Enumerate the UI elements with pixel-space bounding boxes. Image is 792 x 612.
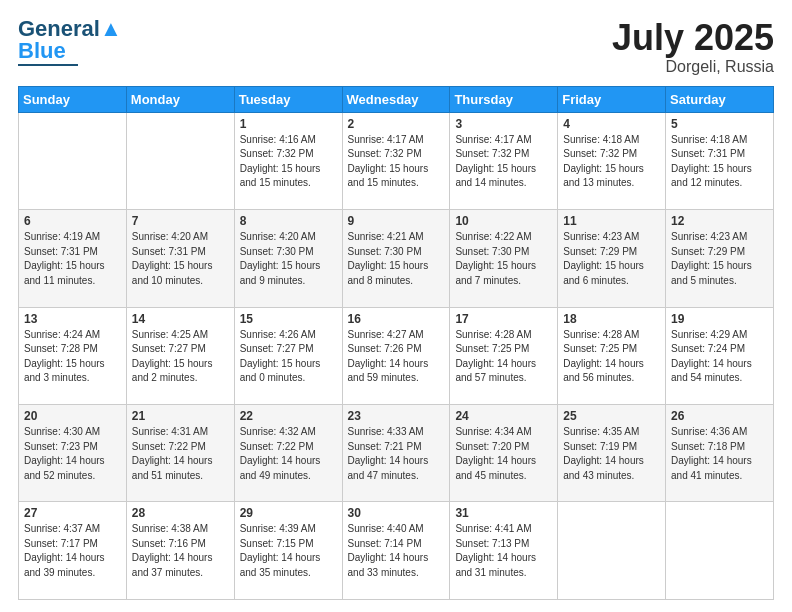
- day-info: Sunrise: 4:28 AM Sunset: 7:25 PM Dayligh…: [455, 328, 552, 386]
- calendar-cell: 8Sunrise: 4:20 AM Sunset: 7:30 PM Daylig…: [234, 210, 342, 307]
- calendar-cell: 11Sunrise: 4:23 AM Sunset: 7:29 PM Dayli…: [558, 210, 666, 307]
- calendar-cell: 20Sunrise: 4:30 AM Sunset: 7:23 PM Dayli…: [19, 405, 127, 502]
- calendar-week-row: 27Sunrise: 4:37 AM Sunset: 7:17 PM Dayli…: [19, 502, 774, 600]
- calendar-table: SundayMondayTuesdayWednesdayThursdayFrid…: [18, 86, 774, 600]
- calendar-cell: 10Sunrise: 4:22 AM Sunset: 7:30 PM Dayli…: [450, 210, 558, 307]
- day-number: 16: [348, 312, 445, 326]
- day-info: Sunrise: 4:31 AM Sunset: 7:22 PM Dayligh…: [132, 425, 229, 483]
- day-info: Sunrise: 4:23 AM Sunset: 7:29 PM Dayligh…: [563, 230, 660, 288]
- day-info: Sunrise: 4:16 AM Sunset: 7:32 PM Dayligh…: [240, 133, 337, 191]
- calendar-week-row: 6Sunrise: 4:19 AM Sunset: 7:31 PM Daylig…: [19, 210, 774, 307]
- calendar-week-row: 20Sunrise: 4:30 AM Sunset: 7:23 PM Dayli…: [19, 405, 774, 502]
- weekday-header-row: SundayMondayTuesdayWednesdayThursdayFrid…: [19, 86, 774, 112]
- day-info: Sunrise: 4:33 AM Sunset: 7:21 PM Dayligh…: [348, 425, 445, 483]
- day-info: Sunrise: 4:29 AM Sunset: 7:24 PM Dayligh…: [671, 328, 768, 386]
- weekday-header: Thursday: [450, 86, 558, 112]
- day-info: Sunrise: 4:32 AM Sunset: 7:22 PM Dayligh…: [240, 425, 337, 483]
- day-number: 6: [24, 214, 121, 228]
- calendar-cell: 25Sunrise: 4:35 AM Sunset: 7:19 PM Dayli…: [558, 405, 666, 502]
- day-info: Sunrise: 4:30 AM Sunset: 7:23 PM Dayligh…: [24, 425, 121, 483]
- calendar-cell: 1Sunrise: 4:16 AM Sunset: 7:32 PM Daylig…: [234, 112, 342, 209]
- day-info: Sunrise: 4:40 AM Sunset: 7:14 PM Dayligh…: [348, 522, 445, 580]
- calendar-cell: 3Sunrise: 4:17 AM Sunset: 7:32 PM Daylig…: [450, 112, 558, 209]
- day-info: Sunrise: 4:19 AM Sunset: 7:31 PM Dayligh…: [24, 230, 121, 288]
- day-number: 18: [563, 312, 660, 326]
- location: Dorgeli, Russia: [612, 58, 774, 76]
- logo-text2: Blue: [18, 40, 66, 62]
- weekday-header: Monday: [126, 86, 234, 112]
- calendar-cell: 31Sunrise: 4:41 AM Sunset: 7:13 PM Dayli…: [450, 502, 558, 600]
- day-number: 8: [240, 214, 337, 228]
- day-number: 24: [455, 409, 552, 423]
- weekday-header: Sunday: [19, 86, 127, 112]
- day-info: Sunrise: 4:18 AM Sunset: 7:32 PM Dayligh…: [563, 133, 660, 191]
- calendar-cell: 18Sunrise: 4:28 AM Sunset: 7:25 PM Dayli…: [558, 307, 666, 404]
- day-number: 11: [563, 214, 660, 228]
- calendar-cell: 13Sunrise: 4:24 AM Sunset: 7:28 PM Dayli…: [19, 307, 127, 404]
- page: General▲ Blue July 2025 Dorgeli, Russia …: [0, 0, 792, 612]
- month-year: July 2025: [612, 18, 774, 58]
- logo: General▲ Blue: [18, 18, 122, 66]
- day-number: 20: [24, 409, 121, 423]
- calendar-cell: [558, 502, 666, 600]
- calendar-cell: 28Sunrise: 4:38 AM Sunset: 7:16 PM Dayli…: [126, 502, 234, 600]
- day-number: 15: [240, 312, 337, 326]
- weekday-header: Friday: [558, 86, 666, 112]
- title-block: July 2025 Dorgeli, Russia: [612, 18, 774, 76]
- day-number: 29: [240, 506, 337, 520]
- day-number: 19: [671, 312, 768, 326]
- day-info: Sunrise: 4:18 AM Sunset: 7:31 PM Dayligh…: [671, 133, 768, 191]
- day-info: Sunrise: 4:20 AM Sunset: 7:30 PM Dayligh…: [240, 230, 337, 288]
- calendar-cell: 23Sunrise: 4:33 AM Sunset: 7:21 PM Dayli…: [342, 405, 450, 502]
- calendar-cell: [19, 112, 127, 209]
- day-info: Sunrise: 4:38 AM Sunset: 7:16 PM Dayligh…: [132, 522, 229, 580]
- day-number: 7: [132, 214, 229, 228]
- calendar-cell: 26Sunrise: 4:36 AM Sunset: 7:18 PM Dayli…: [666, 405, 774, 502]
- day-number: 17: [455, 312, 552, 326]
- day-info: Sunrise: 4:35 AM Sunset: 7:19 PM Dayligh…: [563, 425, 660, 483]
- day-number: 23: [348, 409, 445, 423]
- day-info: Sunrise: 4:34 AM Sunset: 7:20 PM Dayligh…: [455, 425, 552, 483]
- calendar-cell: 30Sunrise: 4:40 AM Sunset: 7:14 PM Dayli…: [342, 502, 450, 600]
- calendar-body: 1Sunrise: 4:16 AM Sunset: 7:32 PM Daylig…: [19, 112, 774, 599]
- day-number: 26: [671, 409, 768, 423]
- day-info: Sunrise: 4:39 AM Sunset: 7:15 PM Dayligh…: [240, 522, 337, 580]
- day-info: Sunrise: 4:26 AM Sunset: 7:27 PM Dayligh…: [240, 328, 337, 386]
- day-number: 2: [348, 117, 445, 131]
- day-number: 1: [240, 117, 337, 131]
- weekday-header: Saturday: [666, 86, 774, 112]
- day-info: Sunrise: 4:41 AM Sunset: 7:13 PM Dayligh…: [455, 522, 552, 580]
- weekday-header: Wednesday: [342, 86, 450, 112]
- calendar-cell: 27Sunrise: 4:37 AM Sunset: 7:17 PM Dayli…: [19, 502, 127, 600]
- day-number: 4: [563, 117, 660, 131]
- day-number: 31: [455, 506, 552, 520]
- calendar-cell: 7Sunrise: 4:20 AM Sunset: 7:31 PM Daylig…: [126, 210, 234, 307]
- day-number: 25: [563, 409, 660, 423]
- calendar-cell: [126, 112, 234, 209]
- day-number: 21: [132, 409, 229, 423]
- day-number: 22: [240, 409, 337, 423]
- weekday-header: Tuesday: [234, 86, 342, 112]
- day-number: 12: [671, 214, 768, 228]
- day-number: 5: [671, 117, 768, 131]
- day-info: Sunrise: 4:20 AM Sunset: 7:31 PM Dayligh…: [132, 230, 229, 288]
- day-number: 10: [455, 214, 552, 228]
- calendar-cell: 9Sunrise: 4:21 AM Sunset: 7:30 PM Daylig…: [342, 210, 450, 307]
- header: General▲ Blue July 2025 Dorgeli, Russia: [18, 18, 774, 76]
- day-info: Sunrise: 4:17 AM Sunset: 7:32 PM Dayligh…: [455, 133, 552, 191]
- day-info: Sunrise: 4:21 AM Sunset: 7:30 PM Dayligh…: [348, 230, 445, 288]
- calendar-cell: [666, 502, 774, 600]
- calendar-cell: 5Sunrise: 4:18 AM Sunset: 7:31 PM Daylig…: [666, 112, 774, 209]
- calendar-cell: 6Sunrise: 4:19 AM Sunset: 7:31 PM Daylig…: [19, 210, 127, 307]
- calendar-week-row: 13Sunrise: 4:24 AM Sunset: 7:28 PM Dayli…: [19, 307, 774, 404]
- calendar-cell: 24Sunrise: 4:34 AM Sunset: 7:20 PM Dayli…: [450, 405, 558, 502]
- day-number: 3: [455, 117, 552, 131]
- day-info: Sunrise: 4:27 AM Sunset: 7:26 PM Dayligh…: [348, 328, 445, 386]
- day-info: Sunrise: 4:17 AM Sunset: 7:32 PM Dayligh…: [348, 133, 445, 191]
- calendar-week-row: 1Sunrise: 4:16 AM Sunset: 7:32 PM Daylig…: [19, 112, 774, 209]
- logo-text: General▲: [18, 18, 122, 40]
- calendar-cell: 17Sunrise: 4:28 AM Sunset: 7:25 PM Dayli…: [450, 307, 558, 404]
- day-number: 28: [132, 506, 229, 520]
- calendar-cell: 22Sunrise: 4:32 AM Sunset: 7:22 PM Dayli…: [234, 405, 342, 502]
- logo-line: [18, 64, 78, 66]
